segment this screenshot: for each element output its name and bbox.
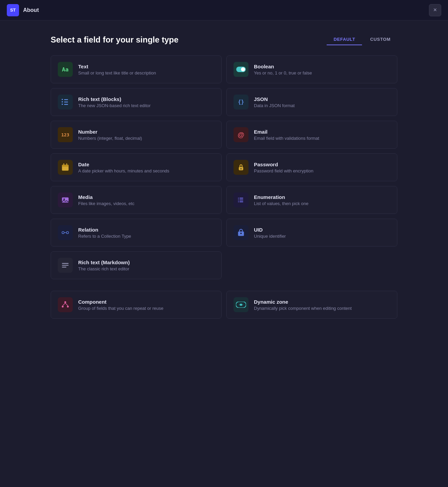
- field-card-enumeration[interactable]: Enumeration List of values, then pick on…: [226, 186, 397, 214]
- rich-text-blocks-description: The new JSON-based rich text editor: [78, 103, 151, 108]
- svg-rect-16: [238, 198, 239, 199]
- svg-point-23: [66, 232, 69, 234]
- topbar-title: About: [23, 7, 39, 13]
- component-description: Group of fields that you can repeat or r…: [78, 306, 163, 311]
- text-icon: Aa: [58, 62, 73, 77]
- page-title: Select a field for your single type: [51, 35, 178, 45]
- enumeration-title: Enumeration: [254, 194, 308, 200]
- field-card-rich-text-blocks[interactable]: Rich text (Blocks) The new JSON-based ri…: [51, 88, 222, 116]
- boolean-icon: [234, 62, 248, 77]
- field-card-password[interactable]: Password Password field with encryption: [226, 153, 397, 181]
- json-description: Data in JSON format: [254, 103, 295, 108]
- svg-rect-2: [62, 99, 63, 100]
- main-content: Select a field for your single type DEFA…: [44, 20, 404, 337]
- topbar: ST About ×: [0, 0, 448, 20]
- svg-point-15: [64, 199, 65, 200]
- field-card-component[interactable]: Component Group of fields that you can r…: [51, 291, 222, 319]
- field-card-text[interactable]: Aa Text Small or long text like title or…: [51, 55, 222, 83]
- field-grid-4: Date A date picker with hours, minutes a…: [51, 153, 397, 181]
- svg-rect-20: [238, 201, 239, 202]
- svg-rect-17: [240, 198, 243, 199]
- boolean-field-text: Boolean Yes or no, 1 or 0, true or false: [254, 64, 312, 75]
- section-divider: [51, 284, 397, 291]
- dynamic-zone-icon: [234, 297, 248, 312]
- svg-rect-11: [66, 163, 67, 166]
- email-title: Email: [254, 129, 319, 135]
- svg-rect-3: [62, 101, 63, 103]
- svg-rect-25: [62, 263, 69, 264]
- rich-text-blocks-icon: [58, 95, 73, 110]
- number-title: Number: [78, 129, 142, 135]
- media-description: Files like images, videos, etc: [78, 201, 134, 206]
- date-icon: [58, 160, 73, 175]
- relation-description: Refers to a Collection Type: [78, 234, 131, 239]
- media-title: Media: [78, 194, 134, 200]
- rich-text-markdown-title: Rich text (Markdown): [78, 259, 130, 265]
- enumeration-icon: [234, 192, 248, 207]
- field-card-number[interactable]: 123 Number Numbers (integer, float, deci…: [51, 121, 222, 149]
- svg-point-22: [62, 232, 64, 234]
- field-grid-5: Media Files like images, videos, etc Enu…: [51, 186, 397, 214]
- field-card-relation[interactable]: Relation Refers to a Collection Type: [51, 219, 222, 247]
- svg-line-32: [65, 303, 68, 306]
- json-field-text: JSON Data in JSON format: [254, 96, 295, 108]
- uid-title: UID: [254, 227, 286, 233]
- field-grid-1: Aa Text Small or long text like title or…: [51, 55, 397, 83]
- svg-rect-7: [64, 104, 68, 105]
- field-grid-7: Rich text (Markdown) The classic rich te…: [51, 251, 397, 279]
- svg-rect-27: [62, 267, 66, 267]
- dynamic-zone-field-text: Dynamic zone Dynamically pick component …: [254, 299, 352, 311]
- json-icon: {}: [234, 95, 248, 110]
- rich-text-blocks-title: Rich text (Blocks): [78, 96, 151, 102]
- component-icon: [58, 297, 73, 312]
- field-card-uid[interactable]: UID Unique identifier: [226, 219, 397, 247]
- svg-point-34: [240, 304, 242, 306]
- svg-rect-9: [62, 165, 69, 166]
- rich-text-markdown-field-text: Rich text (Markdown) The classic rich te…: [78, 259, 130, 271]
- rich-text-markdown-description: The classic rich text editor: [78, 266, 130, 271]
- field-card-date[interactable]: Date A date picker with hours, minutes a…: [51, 153, 222, 181]
- password-title: Password: [254, 162, 313, 167]
- tabs: DEFAULT CUSTOM: [327, 34, 397, 45]
- tab-default[interactable]: DEFAULT: [327, 34, 362, 45]
- field-card-email[interactable]: @ Email Email field with validations for…: [226, 121, 397, 149]
- rich-text-blocks-field-text: Rich text (Blocks) The new JSON-based ri…: [78, 96, 151, 108]
- media-field-text: Media Files like images, videos, etc: [78, 194, 134, 206]
- relation-icon: [58, 225, 73, 240]
- email-icon: @: [234, 127, 248, 142]
- svg-point-28: [64, 301, 66, 303]
- field-grid-3: 123 Number Numbers (integer, float, deci…: [51, 121, 397, 149]
- close-button[interactable]: ×: [429, 4, 441, 16]
- avatar: ST: [7, 4, 19, 16]
- svg-rect-19: [240, 200, 243, 200]
- password-field-text: Password Password field with encryption: [254, 162, 313, 173]
- date-field-text: Date A date picker with hours, minutes a…: [78, 162, 169, 173]
- relation-title: Relation: [78, 227, 131, 233]
- component-title: Component: [78, 299, 163, 305]
- svg-point-30: [67, 306, 69, 307]
- number-description: Numbers (integer, float, decimal): [78, 136, 142, 141]
- tab-custom[interactable]: CUSTOM: [363, 34, 397, 45]
- enumeration-field-text: Enumeration List of values, then pick on…: [254, 194, 308, 206]
- rich-text-markdown-icon: [58, 258, 73, 273]
- svg-point-13: [240, 168, 241, 169]
- json-title: JSON: [254, 96, 295, 102]
- svg-line-31: [63, 303, 65, 306]
- special-field-grid: Component Group of fields that you can r…: [51, 291, 397, 319]
- svg-rect-18: [238, 200, 239, 200]
- svg-rect-21: [240, 201, 243, 202]
- password-icon: [234, 160, 248, 175]
- field-card-boolean[interactable]: Boolean Yes or no, 1 or 0, true or false: [226, 55, 397, 83]
- uid-field-text: UID Unique identifier: [254, 227, 286, 239]
- svg-rect-26: [62, 265, 69, 266]
- field-card-rich-text-markdown[interactable]: Rich text (Markdown) The classic rich te…: [51, 251, 222, 279]
- svg-point-29: [62, 306, 64, 307]
- field-grid-2: Rich text (Blocks) The new JSON-based ri…: [51, 88, 397, 116]
- field-card-media[interactable]: Media Files like images, videos, etc: [51, 186, 222, 214]
- field-card-dynamic-zone[interactable]: Dynamic zone Dynamically pick component …: [226, 291, 397, 319]
- relation-field-text: Relation Refers to a Collection Type: [78, 227, 131, 239]
- text-description: Small or long text like title or descrip…: [78, 70, 156, 75]
- svg-rect-6: [64, 102, 68, 102]
- topbar-left: ST About: [7, 4, 39, 16]
- field-card-json[interactable]: {} JSON Data in JSON format: [226, 88, 397, 116]
